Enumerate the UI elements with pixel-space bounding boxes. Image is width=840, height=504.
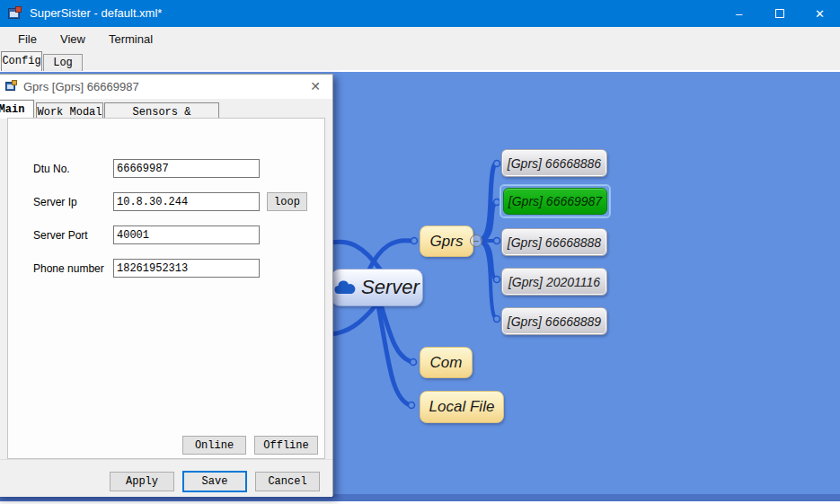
collapse-toggle-icon[interactable]: − (470, 234, 482, 247)
apply-button[interactable]: Apply (110, 472, 174, 491)
server-ip-field[interactable] (113, 192, 260, 211)
minimize-button[interactable]: – (719, 0, 759, 27)
app-icon (8, 6, 22, 21)
mindmap-node-gprs-child[interactable]: [Gprs] 20201116 (501, 268, 607, 296)
server-ip-label: Server Ip (33, 196, 77, 208)
dtu-no-field[interactable] (113, 159, 260, 178)
titlebar[interactable]: SuperSister - default.xml* – ✕ (0, 0, 840, 27)
mindmap-node-gprs-child-selected[interactable]: [Gprs] 66669987 (503, 188, 607, 215)
mindmap-node-gprs-child[interactable]: [Gprs] 66668888 (501, 228, 607, 256)
dialog-tab-work-modal[interactable]: Work Modal (36, 102, 103, 119)
mindmap-node-com[interactable]: Com (420, 347, 473, 378)
selection-frame: [Gprs] 66669987 (500, 184, 611, 218)
mindmap-node-label: Gprs (430, 233, 464, 251)
mindmap-node-label: Com (430, 354, 463, 372)
dialog-icon (5, 80, 18, 93)
menubar: File View Terminal (0, 27, 840, 50)
mindmap-node-label: Server (361, 276, 420, 299)
dialog-tab-main[interactable]: Main (0, 100, 34, 119)
dialog-footer: Apply Save Cancel (0, 459, 332, 497)
menu-view[interactable]: View (49, 29, 96, 49)
tab-log[interactable]: Log (43, 54, 83, 71)
cancel-button[interactable]: Cancel (255, 472, 320, 491)
main-tabstrip: Config Log (0, 50, 840, 72)
mindmap-node-gprs-child[interactable]: [Gprs] 66668886 (501, 149, 607, 177)
offline-button[interactable]: Offline (254, 436, 318, 455)
mindmap-node-gprs-child[interactable]: [Gprs] 66668889 (501, 307, 607, 335)
tab-config[interactable]: Config (1, 51, 42, 71)
menu-file[interactable]: File (7, 29, 48, 49)
cloud-icon (334, 280, 356, 295)
mindmap-node-local-file[interactable]: Local File (420, 391, 504, 423)
dialog-title: Gprs [Gprs] 66669987 (23, 80, 139, 93)
phone-number-label: Phone number (33, 262, 104, 275)
maximize-button[interactable] (759, 0, 800, 27)
dtu-no-label: Dtu No. (33, 163, 70, 175)
close-button[interactable]: ✕ (800, 0, 840, 27)
save-button[interactable]: Save (182, 471, 247, 492)
app-window: Server Gprs − Com Local File [Gprs] 6666… (0, 0, 840, 504)
mindmap-node-label: Local File (429, 398, 495, 416)
maximize-icon (775, 9, 784, 18)
dialog-titlebar[interactable]: Gprs [Gprs] 66669987 ✕ (0, 75, 332, 99)
dialog-close-icon[interactable]: ✕ (305, 77, 325, 95)
phone-number-field[interactable] (113, 259, 260, 278)
online-button[interactable]: Online (182, 436, 246, 455)
loop-button[interactable]: loop (267, 192, 307, 211)
menu-terminal[interactable]: Terminal (98, 29, 164, 49)
mindmap-node-gprs[interactable]: Gprs (420, 225, 473, 257)
dialog-tab-sensors-confusion[interactable]: Sensors & Confusion (104, 102, 219, 119)
window-title: SuperSister - default.xml* (30, 6, 162, 20)
server-port-field[interactable] (113, 225, 260, 244)
server-port-label: Server Port (33, 229, 88, 242)
dialog-tabstrip: Main Work Modal Sensors & Confusion (0, 99, 332, 119)
gprs-config-dialog: Gprs [Gprs] 66669987 ✕ Main Work Modal S… (0, 74, 333, 496)
mindmap-node-server[interactable]: Server (331, 269, 423, 306)
